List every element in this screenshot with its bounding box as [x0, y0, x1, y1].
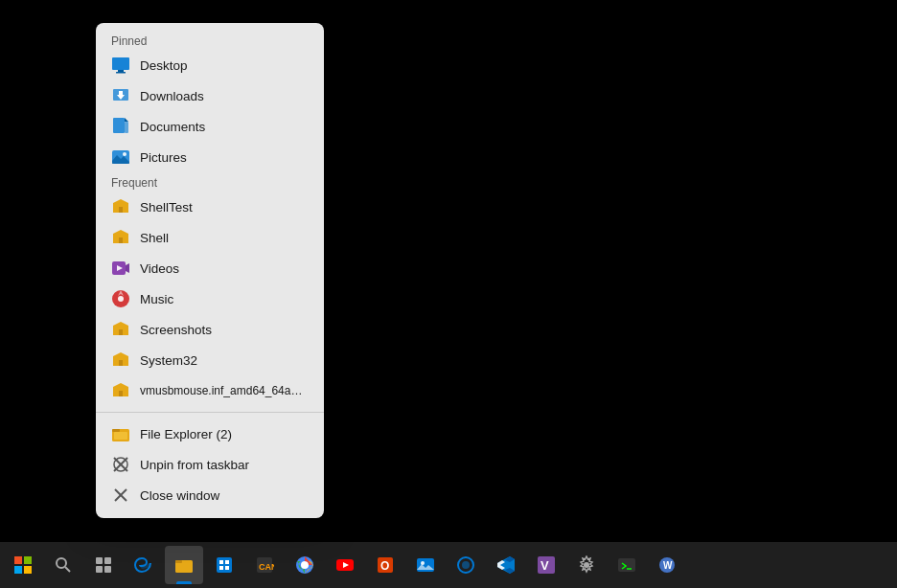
close-window-icon [111, 486, 130, 505]
documents-icon [111, 117, 130, 136]
svg-rect-22 [112, 429, 120, 432]
windows-icon [14, 556, 32, 574]
svg-line-34 [65, 567, 70, 572]
menu-item-shell-label: Shell [140, 231, 169, 245]
svg-text:O: O [380, 559, 389, 573]
menu-item-file-explorer-label: File Explorer (2) [140, 427, 232, 441]
cortana-button[interactable] [447, 546, 485, 584]
vmusbmouse-icon [111, 381, 130, 400]
jump-list: Pinned Desktop Downloads D [96, 23, 324, 518]
shelltest-icon [111, 197, 130, 216]
svg-rect-18 [119, 329, 123, 335]
svg-point-56 [421, 561, 425, 565]
menu-item-videos-label: Videos [140, 261, 179, 276]
office-icon: O [376, 555, 395, 575]
task-view-icon [95, 556, 112, 574]
svg-rect-31 [14, 566, 22, 574]
pictures-icon [111, 147, 130, 167]
menu-item-unpin[interactable]: Unpin from taskbar [96, 449, 324, 480]
svg-rect-20 [119, 391, 123, 396]
svg-rect-2 [116, 72, 126, 74]
svg-rect-38 [104, 566, 111, 573]
office-button[interactable]: O [366, 546, 404, 584]
svg-point-33 [57, 558, 66, 568]
music-icon [111, 289, 130, 308]
extra-button[interactable]: W [648, 546, 686, 584]
start-button[interactable] [4, 546, 42, 584]
file-explorer-icon [111, 424, 130, 443]
terminal-button[interactable] [608, 546, 646, 584]
svg-point-17 [118, 296, 124, 302]
visual-studio-button[interactable]: V [527, 546, 565, 584]
svg-rect-42 [219, 560, 223, 564]
file-explorer-taskbar-button[interactable] [165, 546, 203, 584]
chrome-button[interactable] [286, 546, 324, 584]
svg-marker-14 [126, 263, 129, 273]
terminal-icon [617, 555, 636, 575]
menu-item-music-label: Music [140, 292, 173, 306]
menu-item-shelltest-label: ShellTest [140, 200, 193, 215]
edge-button[interactable] [125, 546, 163, 584]
menu-item-vmusbmouse[interactable]: vmusbmouse.inf_amd64_64ac7a0a... [96, 375, 324, 406]
store-icon [215, 555, 234, 575]
can-icon: CAN [255, 555, 274, 575]
menu-item-vmusbmouse-label: vmusbmouse.inf_amd64_64ac7a0a... [140, 384, 303, 397]
photos-button[interactable] [406, 546, 445, 584]
vscode-button[interactable] [487, 546, 525, 584]
task-view-button[interactable] [84, 546, 123, 584]
svg-rect-40 [175, 560, 182, 563]
search-button[interactable] [44, 546, 82, 584]
svg-rect-29 [14, 556, 22, 564]
menu-item-downloads-label: Downloads [140, 89, 204, 103]
svg-point-50 [302, 562, 308, 568]
extra-icon: W [657, 555, 677, 575]
menu-item-system32[interactable]: System32 [96, 345, 324, 375]
svg-rect-1 [118, 70, 124, 72]
search-icon [55, 556, 72, 574]
menu-item-videos[interactable]: Videos [96, 253, 324, 283]
svg-rect-32 [24, 566, 32, 574]
unpin-icon [111, 455, 130, 474]
svg-point-59 [462, 561, 470, 569]
edge-icon [134, 555, 153, 575]
svg-text:CAN: CAN [259, 562, 274, 572]
svg-rect-44 [219, 566, 223, 570]
youtube-button[interactable] [326, 546, 364, 584]
photos-icon [416, 555, 435, 575]
shell-icon [111, 228, 130, 247]
vscode-icon [496, 555, 516, 575]
videos-icon [111, 259, 130, 278]
svg-rect-45 [225, 566, 229, 570]
cortana-icon [456, 555, 475, 575]
svg-rect-19 [119, 360, 123, 366]
svg-rect-23 [114, 432, 127, 440]
svg-rect-5 [113, 118, 125, 133]
settings-icon [577, 555, 596, 575]
menu-item-documents[interactable]: Documents [96, 111, 324, 142]
menu-item-system32-label: System32 [140, 353, 197, 368]
settings-button[interactable] [567, 546, 606, 584]
screenshots-icon [111, 320, 130, 339]
chrome-icon [295, 555, 314, 575]
menu-item-desktop[interactable]: Desktop [96, 50, 324, 80]
menu-item-pictures[interactable]: Pictures [96, 142, 324, 172]
menu-item-screenshots[interactable]: Screenshots [96, 314, 324, 345]
menu-item-shell[interactable]: Shell [96, 222, 324, 253]
menu-item-desktop-label: Desktop [140, 58, 188, 73]
menu-divider [96, 412, 324, 413]
menu-item-screenshots-label: Screenshots [140, 323, 212, 337]
svg-rect-30 [24, 556, 32, 564]
svg-rect-43 [225, 560, 229, 564]
svg-point-10 [123, 152, 126, 156]
store-button[interactable] [205, 546, 243, 584]
menu-item-documents-label: Documents [140, 120, 205, 134]
menu-item-music[interactable]: Music [96, 283, 324, 314]
menu-item-downloads[interactable]: Downloads [96, 80, 324, 111]
youtube-icon [335, 555, 355, 575]
menu-item-close-window[interactable]: Close window [96, 480, 324, 510]
menu-item-file-explorer[interactable]: File Explorer (2) [96, 418, 324, 449]
can-button[interactable]: CAN [245, 546, 284, 584]
menu-item-shelltest[interactable]: ShellTest [96, 192, 324, 222]
svg-rect-35 [96, 557, 103, 564]
menu-item-close-window-label: Close window [140, 488, 219, 503]
